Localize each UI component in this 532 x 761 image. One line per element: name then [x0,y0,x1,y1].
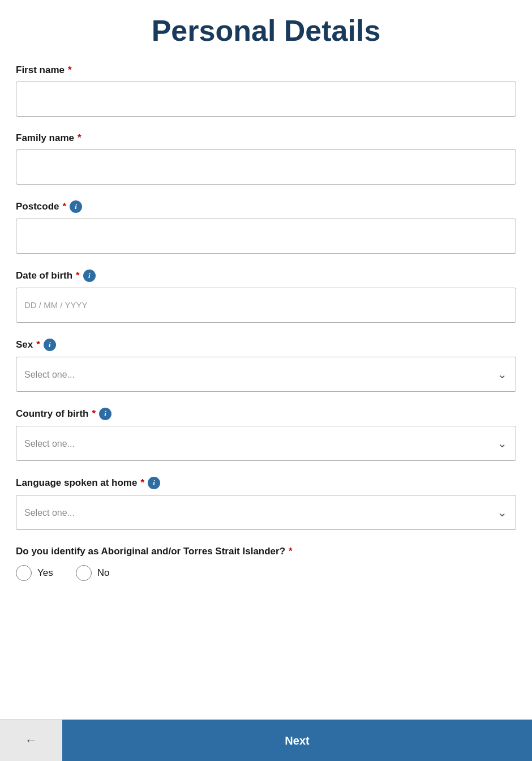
language-label-text: Language spoken at home [16,477,137,489]
indigenous-yes-radio[interactable] [16,565,32,581]
indigenous-label: Do you identify as Aboriginal and/or Tor… [16,546,516,557]
date-of-birth-field: Date of birth * i [16,270,516,323]
first-name-input[interactable] [16,82,516,117]
date-of-birth-required: * [76,270,80,281]
country-of-birth-info-icon[interactable]: i [99,408,111,420]
indigenous-required: * [289,546,293,557]
country-of-birth-label: Country of birth * i [16,408,516,420]
postcode-info-icon[interactable]: i [70,200,82,213]
date-of-birth-label-text: Date of birth [16,270,72,281]
postcode-input[interactable] [16,219,516,254]
indigenous-yes-text: Yes [37,567,53,579]
family-name-input[interactable] [16,149,516,185]
family-name-label: Family name * [16,132,516,144]
country-of-birth-label-text: Country of birth [16,408,88,420]
language-required: * [140,477,144,489]
indigenous-no-label[interactable]: No [76,565,110,581]
postcode-label: Postcode * i [16,200,516,213]
language-label: Language spoken at home * i [16,477,516,489]
family-name-field: Family name * [16,132,516,185]
first-name-label-text: First name [16,65,65,76]
back-button[interactable]: ← [0,720,62,761]
country-of-birth-field: Country of birth * i Select one... Austr… [16,408,516,461]
date-of-birth-label: Date of birth * i [16,270,516,282]
language-field: Language spoken at home * i Select one..… [16,477,516,530]
indigenous-no-text: No [97,567,110,579]
sex-info-icon[interactable]: i [44,339,56,351]
postcode-label-text: Postcode [16,201,59,212]
date-of-birth-info-icon[interactable]: i [83,270,96,282]
first-name-label: First name * [16,65,516,76]
indigenous-label-text: Do you identify as Aboriginal and/or Tor… [16,546,285,557]
postcode-field: Postcode * i [16,200,516,254]
first-name-required: * [68,65,72,76]
first-name-field: First name * [16,65,516,117]
indigenous-no-radio[interactable] [76,565,92,581]
sex-label: Sex * i [16,339,516,351]
country-of-birth-select-wrapper: Select one... Australia China India Unit… [16,426,516,461]
indigenous-yes-label[interactable]: Yes [16,565,53,581]
postcode-required: * [63,201,67,212]
family-name-required: * [78,132,81,144]
sex-select[interactable]: Select one... Male Female Other [16,357,516,392]
sex-field: Sex * i Select one... Male Female Other … [16,339,516,392]
indigenous-field: Do you identify as Aboriginal and/or Tor… [16,546,516,581]
page-title: Personal Details [0,0,532,65]
country-of-birth-select[interactable]: Select one... Australia China India Unit… [16,426,516,461]
language-select-wrapper: Select one... English Mandarin Hindi Ara… [16,495,516,530]
bottom-bar: ← Next [0,719,532,761]
sex-label-text: Sex [16,339,33,350]
sex-select-wrapper: Select one... Male Female Other ⌄ [16,357,516,392]
language-info-icon[interactable]: i [148,477,160,489]
country-of-birth-required: * [92,408,96,420]
date-of-birth-input[interactable] [16,288,516,323]
indigenous-radio-group: Yes No [16,565,516,581]
form-container: First name * Family name * Postcode * i … [0,65,532,662]
sex-required: * [36,339,40,350]
family-name-label-text: Family name [16,132,74,144]
language-select[interactable]: Select one... English Mandarin Hindi Ara… [16,495,516,530]
next-button[interactable]: Next [62,720,532,761]
